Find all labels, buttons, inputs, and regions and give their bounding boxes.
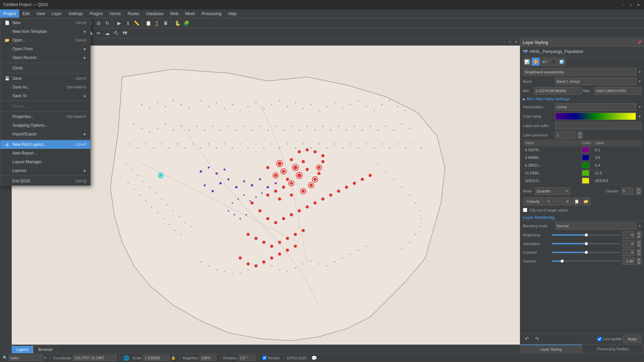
style-label-button[interactable]: 🏷: [540, 58, 548, 66]
label-cell[interactable]: 0.1: [593, 146, 641, 154]
menu-exit-qgis[interactable]: Exit QGIS Ctrl+Q: [0, 177, 90, 185]
menu-save-to[interactable]: Save To ▶: [0, 92, 90, 100]
map-maximize-button[interactable]: □: [508, 40, 513, 44]
gamma-up[interactable]: ▲: [637, 257, 641, 261]
mode-select[interactable]: Quantile Equal Interval Standard Deviati…: [535, 187, 570, 195]
plugin3-button[interactable]: 🗺: [121, 29, 129, 37]
color-ramp-bar[interactable]: [555, 113, 636, 120]
menu-settings[interactable]: Settings: [65, 9, 86, 18]
gamma-slider[interactable]: [552, 260, 621, 262]
menu-help[interactable]: Help: [225, 9, 240, 18]
epsg-label[interactable]: EPSG:4326: [287, 356, 307, 360]
apply-button[interactable]: Apply: [623, 335, 641, 343]
classes-down-button[interactable]: ▼: [636, 191, 641, 195]
gamma-input[interactable]: [623, 257, 635, 265]
python-button[interactable]: 🐍: [173, 19, 181, 27]
color-ramp-dropdown[interactable]: ▼: [638, 115, 641, 118]
refresh-button[interactable]: ↻: [103, 19, 111, 27]
menu-import-export[interactable]: Import/Export ▶: [0, 130, 90, 138]
saturation-up[interactable]: ▲: [637, 240, 641, 244]
menu-open-from[interactable]: Open From ▶: [0, 45, 90, 53]
menu-snapping[interactable]: Snapping Options...: [0, 121, 90, 130]
color-swatch[interactable]: [582, 162, 589, 168]
style-color-button[interactable]: 🎨: [532, 58, 540, 66]
menu-layouts[interactable]: Layouts ▶: [0, 166, 90, 175]
menu-raster[interactable]: Raster: [124, 9, 143, 18]
saturation-down[interactable]: ▼: [637, 244, 641, 247]
select-button[interactable]: ▶: [115, 19, 123, 27]
scale-input[interactable]: [143, 355, 170, 361]
paste-button[interactable]: 📋: [573, 197, 581, 205]
remove-class-button[interactable]: −: [554, 197, 562, 205]
suffix-input[interactable]: [555, 122, 641, 129]
saturation-input[interactable]: [623, 240, 635, 247]
color-swatch[interactable]: [582, 147, 589, 153]
attribute-table-button[interactable]: 📋: [144, 19, 152, 27]
menu-open-recent[interactable]: Open Recent ▶: [0, 53, 90, 62]
layer-styling-tab[interactable]: Layer Styling: [520, 345, 582, 353]
menu-plugins[interactable]: Plugins: [86, 9, 106, 18]
zoom-layer-button[interactable]: ⊟: [95, 19, 103, 27]
clip-label[interactable]: Clip out of range values: [529, 208, 568, 212]
menu-properties[interactable]: Properties... Ctrl+Shift+P: [0, 112, 90, 121]
menu-new[interactable]: 📄New Ctrl+N: [0, 18, 90, 27]
search-input[interactable]: [9, 355, 42, 361]
classify-button[interactable]: Classify: [523, 197, 543, 205]
digitize-button[interactable]: ✏: [95, 29, 103, 37]
label-cell[interactable]: 5.4: [593, 162, 641, 169]
identify-button[interactable]: ℹ: [124, 19, 132, 27]
stats-button[interactable]: ∑: [153, 19, 161, 27]
menu-new-report[interactable]: New Report...: [0, 149, 90, 158]
classes-up-button[interactable]: ▲: [636, 187, 641, 191]
calculator-button[interactable]: 🖩: [162, 19, 170, 27]
coordinate-input[interactable]: [73, 355, 116, 361]
max-input[interactable]: [594, 87, 642, 95]
render-type-select[interactable]: Singleband pseudocolor: [523, 68, 636, 76]
history-forward-button[interactable]: ↷: [533, 335, 541, 343]
contrast-up[interactable]: ▲: [637, 249, 641, 252]
minmax-expand[interactable]: ▶ Min / Max Value Settings: [520, 96, 644, 102]
contrast-slider[interactable]: [552, 252, 621, 253]
live-update-label[interactable]: Live update: [603, 337, 622, 341]
style-3d-button[interactable]: 🧊: [558, 58, 566, 66]
menu-mesh[interactable]: Mesh: [182, 9, 198, 18]
map-close-button[interactable]: ✕: [514, 40, 519, 44]
menu-vector[interactable]: Vector: [106, 9, 124, 18]
min-input[interactable]: [534, 87, 582, 95]
style-histogram-button[interactable]: 📊: [523, 58, 531, 66]
color-swatch[interactable]: [582, 155, 589, 161]
close-button[interactable]: ✕: [635, 2, 641, 8]
classes-input[interactable]: [621, 187, 633, 195]
saturation-slider[interactable]: [552, 243, 621, 244]
color-swatch[interactable]: [582, 170, 589, 176]
brightness-input[interactable]: [623, 231, 635, 239]
gamma-down[interactable]: ▼: [637, 261, 641, 265]
label-cell[interactable]: 3.0: [593, 154, 641, 162]
layers-tab[interactable]: Layers: [12, 346, 34, 353]
precision-down-button[interactable]: ▼: [577, 135, 583, 139]
menu-save[interactable]: 💾Save Ctrl+S: [0, 74, 90, 83]
interpolation-select[interactable]: Linear Discrete Exact: [555, 103, 636, 111]
color-swatch[interactable]: [582, 178, 589, 184]
load-classes-button[interactable]: 📂: [582, 197, 590, 205]
style-mask-button[interactable]: ⬛: [549, 58, 557, 66]
map-minimize-button[interactable]: −: [502, 40, 506, 44]
menu-web[interactable]: Web: [167, 9, 181, 18]
browser-tab[interactable]: Browser: [34, 346, 58, 353]
maximize-button[interactable]: □: [628, 2, 634, 8]
menu-close[interactable]: Close: [0, 64, 90, 72]
clip-checkbox[interactable]: [523, 208, 527, 212]
search-clear-button[interactable]: ✕: [44, 356, 46, 360]
menu-new-print-layout[interactable]: 🖨New Print Layout... Ctrl+P: [0, 140, 90, 149]
live-update-checkbox[interactable]: [597, 337, 602, 341]
menu-view[interactable]: View: [33, 9, 48, 18]
equal-interval-button[interactable]: ≡: [564, 197, 572, 205]
menu-open[interactable]: 📂Open... Ctrl+O: [0, 36, 90, 45]
menu-layer[interactable]: Layer: [48, 9, 65, 18]
panel-pin-button[interactable]: 📌: [637, 41, 641, 44]
menu-save-as[interactable]: Save As... Ctrl+Shift+S: [0, 83, 90, 92]
menu-database[interactable]: Database: [143, 9, 167, 18]
label-cell[interactable]: 16319.0: [593, 177, 641, 185]
menu-new-from-template[interactable]: New from Template ▶: [0, 27, 90, 36]
contrast-input[interactable]: [623, 249, 635, 256]
